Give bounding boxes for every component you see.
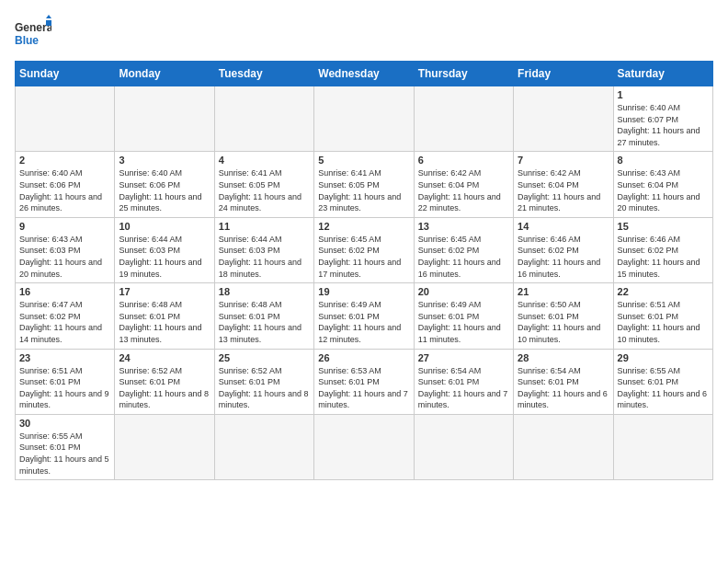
cell-info: Sunrise: 6:44 AMSunset: 6:03 PMDaylight:… [119, 234, 210, 280]
day-number: 13 [418, 221, 509, 232]
cell-info: Sunrise: 6:54 AMSunset: 6:01 PMDaylight:… [418, 365, 509, 411]
day-number: 2 [19, 155, 110, 166]
cell-info: Sunrise: 6:45 AMSunset: 6:02 PMDaylight:… [418, 234, 509, 280]
cell-info: Sunrise: 6:52 AMSunset: 6:01 PMDaylight:… [219, 365, 310, 411]
calendar-body: 1Sunrise: 6:40 AMSunset: 6:07 PMDaylight… [16, 86, 713, 480]
calendar-cell: 3Sunrise: 6:40 AMSunset: 6:06 PMDaylight… [115, 152, 214, 217]
weekday-header-saturday: Saturday [613, 62, 712, 86]
calendar-cell: 18Sunrise: 6:48 AMSunset: 6:01 PMDayligh… [214, 283, 313, 349]
weekday-header-wednesday: Wednesday [314, 62, 414, 86]
cell-info: Sunrise: 6:40 AMSunset: 6:06 PMDaylight:… [19, 167, 110, 213]
calendar-cell: 24Sunrise: 6:52 AMSunset: 6:01 PMDayligh… [115, 349, 214, 414]
weekday-header-sunday: Sunday [16, 62, 115, 86]
page-header: General Blue [15, 15, 713, 52]
calendar-cell: 23Sunrise: 6:51 AMSunset: 6:01 PMDayligh… [16, 349, 115, 414]
calendar-cell [115, 414, 214, 479]
day-number: 12 [318, 221, 409, 232]
calendar-week-5: 23Sunrise: 6:51 AMSunset: 6:01 PMDayligh… [16, 349, 713, 414]
weekday-header-monday: Monday [115, 62, 214, 86]
calendar-cell: 4Sunrise: 6:41 AMSunset: 6:05 PMDaylight… [214, 152, 313, 217]
calendar-cell: 30Sunrise: 6:55 AMSunset: 6:01 PMDayligh… [16, 414, 115, 479]
weekday-header-friday: Friday [514, 62, 613, 86]
cell-info: Sunrise: 6:40 AMSunset: 6:06 PMDaylight:… [119, 167, 210, 213]
day-number: 3 [119, 155, 210, 166]
cell-info: Sunrise: 6:46 AMSunset: 6:02 PMDaylight:… [518, 234, 609, 280]
cell-info: Sunrise: 6:44 AMSunset: 6:03 PMDaylight:… [219, 234, 310, 280]
calendar-cell [514, 414, 613, 479]
calendar-cell [414, 414, 513, 479]
calendar-cell [314, 86, 414, 152]
cell-info: Sunrise: 6:52 AMSunset: 6:01 PMDaylight:… [119, 365, 210, 411]
day-number: 8 [618, 155, 709, 166]
day-number: 16 [19, 286, 110, 297]
cell-info: Sunrise: 6:51 AMSunset: 6:01 PMDaylight:… [618, 299, 709, 345]
day-number: 26 [318, 352, 409, 363]
day-number: 23 [19, 352, 110, 363]
weekday-header-row: SundayMondayTuesdayWednesdayThursdayFrid… [16, 62, 713, 86]
cell-info: Sunrise: 6:55 AMSunset: 6:01 PMDaylight:… [618, 365, 709, 411]
cell-info: Sunrise: 6:47 AMSunset: 6:02 PMDaylight:… [19, 299, 110, 345]
calendar-cell: 11Sunrise: 6:44 AMSunset: 6:03 PMDayligh… [214, 217, 313, 282]
calendar-week-4: 16Sunrise: 6:47 AMSunset: 6:02 PMDayligh… [16, 283, 713, 349]
calendar-cell [214, 414, 313, 479]
cell-info: Sunrise: 6:40 AMSunset: 6:07 PMDaylight:… [618, 102, 709, 148]
calendar-cell: 13Sunrise: 6:45 AMSunset: 6:02 PMDayligh… [414, 217, 513, 282]
cell-info: Sunrise: 6:42 AMSunset: 6:04 PMDaylight:… [418, 167, 509, 213]
day-number: 25 [219, 352, 310, 363]
calendar-cell [214, 86, 313, 152]
calendar-cell: 21Sunrise: 6:50 AMSunset: 6:01 PMDayligh… [514, 283, 613, 349]
cell-info: Sunrise: 6:53 AMSunset: 6:01 PMDaylight:… [318, 365, 409, 411]
cell-info: Sunrise: 6:46 AMSunset: 6:02 PMDaylight:… [618, 234, 709, 280]
calendar-header: SundayMondayTuesdayWednesdayThursdayFrid… [16, 62, 713, 86]
calendar-cell: 15Sunrise: 6:46 AMSunset: 6:02 PMDayligh… [613, 217, 712, 282]
calendar-cell: 9Sunrise: 6:43 AMSunset: 6:03 PMDaylight… [16, 217, 115, 282]
cell-info: Sunrise: 6:55 AMSunset: 6:01 PMDaylight:… [19, 431, 110, 477]
calendar-cell: 8Sunrise: 6:43 AMSunset: 6:04 PMDaylight… [613, 152, 712, 217]
day-number: 4 [219, 155, 310, 166]
cell-info: Sunrise: 6:43 AMSunset: 6:03 PMDaylight:… [19, 234, 110, 280]
day-number: 30 [19, 418, 110, 429]
calendar-cell [314, 414, 414, 479]
cell-info: Sunrise: 6:41 AMSunset: 6:05 PMDaylight:… [219, 167, 310, 213]
calendar-cell [414, 86, 513, 152]
calendar-table: SundayMondayTuesdayWednesdayThursdayFrid… [15, 61, 713, 480]
cell-info: Sunrise: 6:49 AMSunset: 6:01 PMDaylight:… [418, 299, 509, 345]
calendar-cell: 25Sunrise: 6:52 AMSunset: 6:01 PMDayligh… [214, 349, 313, 414]
calendar-week-2: 2Sunrise: 6:40 AMSunset: 6:06 PMDaylight… [16, 152, 713, 217]
day-number: 27 [418, 352, 509, 363]
svg-marker-2 [46, 15, 51, 18]
day-number: 11 [219, 221, 310, 232]
calendar-cell: 10Sunrise: 6:44 AMSunset: 6:03 PMDayligh… [115, 217, 214, 282]
svg-text:Blue: Blue [15, 34, 39, 47]
calendar-cell [115, 86, 214, 152]
day-number: 18 [219, 286, 310, 297]
day-number: 14 [518, 221, 609, 232]
day-number: 29 [618, 352, 709, 363]
calendar-cell: 12Sunrise: 6:45 AMSunset: 6:02 PMDayligh… [314, 217, 414, 282]
calendar-cell: 7Sunrise: 6:42 AMSunset: 6:04 PMDaylight… [514, 152, 613, 217]
calendar-cell: 26Sunrise: 6:53 AMSunset: 6:01 PMDayligh… [314, 349, 414, 414]
logo: General Blue [15, 15, 51, 52]
day-number: 10 [119, 221, 210, 232]
cell-info: Sunrise: 6:50 AMSunset: 6:01 PMDaylight:… [518, 299, 609, 345]
cell-info: Sunrise: 6:49 AMSunset: 6:01 PMDaylight:… [318, 299, 409, 345]
day-number: 9 [19, 221, 110, 232]
weekday-header-thursday: Thursday [414, 62, 513, 86]
day-number: 6 [418, 155, 509, 166]
cell-info: Sunrise: 6:43 AMSunset: 6:04 PMDaylight:… [618, 167, 709, 213]
calendar-cell: 19Sunrise: 6:49 AMSunset: 6:01 PMDayligh… [314, 283, 414, 349]
calendar-cell [16, 86, 115, 152]
calendar-cell [613, 414, 712, 479]
cell-info: Sunrise: 6:42 AMSunset: 6:04 PMDaylight:… [518, 167, 609, 213]
cell-info: Sunrise: 6:54 AMSunset: 6:01 PMDaylight:… [518, 365, 609, 411]
svg-rect-3 [46, 20, 51, 26]
day-number: 1 [618, 89, 709, 100]
calendar-week-6: 30Sunrise: 6:55 AMSunset: 6:01 PMDayligh… [16, 414, 713, 479]
day-number: 22 [618, 286, 709, 297]
calendar-cell: 16Sunrise: 6:47 AMSunset: 6:02 PMDayligh… [16, 283, 115, 349]
calendar-week-3: 9Sunrise: 6:43 AMSunset: 6:03 PMDaylight… [16, 217, 713, 282]
day-number: 15 [618, 221, 709, 232]
day-number: 5 [318, 155, 409, 166]
calendar-cell: 2Sunrise: 6:40 AMSunset: 6:06 PMDaylight… [16, 152, 115, 217]
calendar-cell: 17Sunrise: 6:48 AMSunset: 6:01 PMDayligh… [115, 283, 214, 349]
